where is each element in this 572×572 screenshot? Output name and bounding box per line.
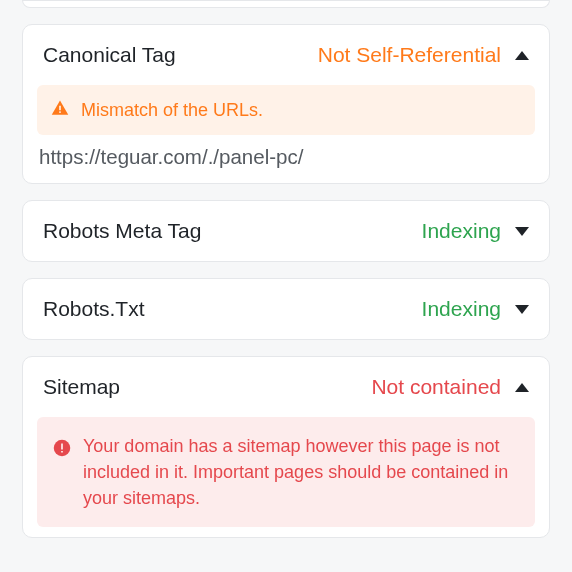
card-robots-txt: Robots.Txt Indexing xyxy=(22,278,550,340)
svg-rect-4 xyxy=(61,451,63,453)
warning-triangle-icon xyxy=(51,99,69,117)
status-group: Indexing xyxy=(422,297,529,321)
card-robots-meta: Robots Meta Tag Indexing xyxy=(22,200,550,262)
status-label: Indexing xyxy=(422,297,501,321)
card-header-robots-meta[interactable]: Robots Meta Tag Indexing xyxy=(23,201,549,261)
svg-rect-3 xyxy=(61,444,63,450)
error-circle-icon xyxy=(53,439,71,457)
svg-rect-0 xyxy=(59,106,61,111)
status-label: Not Self-Referential xyxy=(318,43,501,67)
card-stub-top xyxy=(22,0,550,8)
card-header-sitemap[interactable]: Sitemap Not contained xyxy=(23,357,549,417)
status-group: Indexing xyxy=(422,219,529,243)
status-label: Indexing xyxy=(422,219,501,243)
card-title: Sitemap xyxy=(43,375,120,399)
alert-warning: Mismatch of the URLs. xyxy=(37,85,535,135)
card-sitemap: Sitemap Not contained Your domain has a … xyxy=(22,356,550,538)
alert-text: Your domain has a sitemap however this p… xyxy=(83,433,519,511)
alert-error: Your domain has a sitemap however this p… xyxy=(37,417,535,527)
card-header-robots-txt[interactable]: Robots.Txt Indexing xyxy=(23,279,549,339)
card-title: Robots.Txt xyxy=(43,297,145,321)
card-header-canonical[interactable]: Canonical Tag Not Self-Referential xyxy=(23,25,549,85)
card-title: Robots Meta Tag xyxy=(43,219,201,243)
svg-rect-1 xyxy=(59,111,61,113)
card-canonical: Canonical Tag Not Self-Referential Misma… xyxy=(22,24,550,184)
status-label: Not contained xyxy=(371,375,501,399)
card-title: Canonical Tag xyxy=(43,43,176,67)
chevron-up-icon[interactable] xyxy=(515,51,529,60)
chevron-down-icon[interactable] xyxy=(515,305,529,314)
status-group: Not Self-Referential xyxy=(318,43,529,67)
chevron-down-icon[interactable] xyxy=(515,227,529,236)
status-group: Not contained xyxy=(371,375,529,399)
chevron-up-icon[interactable] xyxy=(515,383,529,392)
canonical-url: https://teguar.com/./panel-pc/ xyxy=(23,145,549,183)
alert-text: Mismatch of the URLs. xyxy=(81,97,263,123)
